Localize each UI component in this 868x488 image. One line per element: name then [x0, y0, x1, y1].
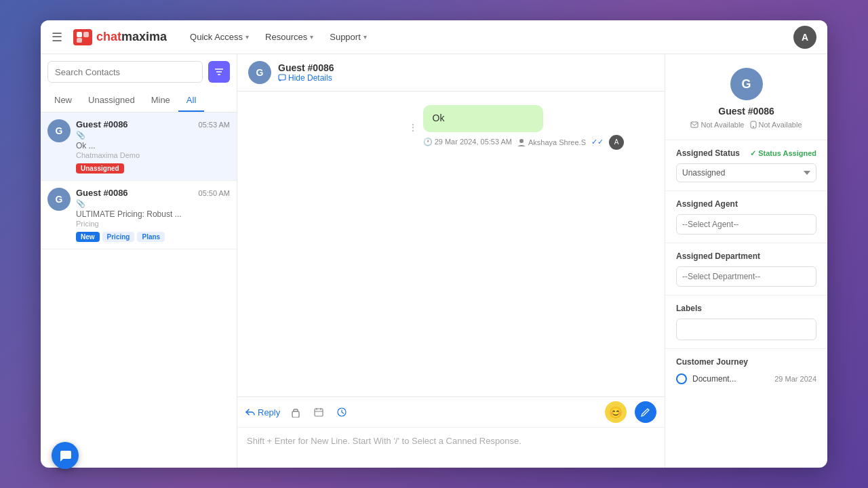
labels-section: Labels — [665, 296, 827, 349]
chat-fab-icon — [58, 449, 72, 462]
message-meta: 🕐 29 Mar 2024, 05:53 AM Akshaya Shree.S … — [423, 135, 624, 150]
chat-header-avatar: G — [248, 61, 271, 84]
edit-icon — [641, 407, 650, 417]
user-avatar[interactable]: A — [793, 26, 816, 49]
journey-circle-icon — [676, 373, 687, 384]
reply-icon — [245, 408, 255, 416]
contact-preview: Ok ... — [76, 141, 230, 150]
filter-icon — [214, 68, 224, 76]
svg-point-16 — [753, 126, 754, 127]
search-bar — [41, 54, 237, 89]
svg-point-7 — [519, 139, 524, 143]
clock-icon[interactable] — [334, 405, 349, 420]
chat-bubble-icon — [278, 74, 286, 82]
contact-info: Guest #0086 05:50 AM 📎 ULTIMATE Pricing:… — [76, 188, 230, 242]
contact-list: G Guest #0086 05:53 AM 📎 Ok ... Chatmaxi… — [41, 113, 237, 468]
dept-select[interactable] — [676, 266, 816, 287]
labels-title: Labels — [676, 304, 816, 313]
svg-rect-1 — [83, 32, 89, 37]
top-nav: ☰ chatmaxima Quick Access ▾ Resources ▾ — [41, 20, 827, 54]
chat-header-info: Guest #0086 Hide Details — [278, 62, 654, 83]
chat-messages: ⋮ Ok 🕐 29 Mar 2024, 05:53 AM Akshaya Shr… — [237, 92, 665, 396]
message-wrapper: ⋮ Ok 🕐 29 Mar 2024, 05:53 AM Akshaya Shr… — [278, 105, 624, 150]
tab-unassigned[interactable]: Unassigned — [80, 89, 143, 112]
badge-pricing: Pricing — [102, 232, 135, 242]
svg-rect-2 — [77, 38, 82, 43]
contact-time: 05:50 AM — [199, 189, 230, 197]
assigned-status-title: Assigned Status ✓ Status Assigned — [676, 148, 816, 158]
tab-mine[interactable]: Mine — [143, 89, 178, 112]
journey-item: Document... 29 Mar 2024 — [676, 373, 816, 384]
message-menu-icon[interactable]: ⋮ — [408, 122, 418, 133]
agent-select[interactable] — [676, 214, 816, 235]
nav-support[interactable]: Support ▾ — [323, 28, 374, 46]
labels-input[interactable] — [676, 319, 816, 340]
chat-fab-button[interactable] — [52, 442, 79, 469]
contact-name: Guest #0086 — [76, 188, 128, 198]
assigned-agent-section: Assigned Agent — [665, 191, 827, 243]
badge-unassigned: Unassigned — [76, 163, 124, 174]
paperclip-icon: 📎 — [76, 199, 85, 208]
agent-avatar-small: A — [609, 135, 624, 150]
right-panel-name: Guest #0086 — [718, 106, 774, 117]
contact-avatar: G — [47, 188, 71, 211]
assigned-dept-section: Assigned Department — [665, 243, 827, 296]
logo-icon — [73, 29, 92, 45]
contact-time: 05:53 AM — [199, 121, 230, 129]
right-panel-top: G Guest #0086 Not Available Not Availabl… — [665, 54, 827, 140]
badge-new: New — [76, 232, 100, 242]
contact-sub: Pricing — [76, 220, 230, 228]
chat-input-area[interactable]: Shift + Enter for New Line. Start With '… — [237, 427, 665, 468]
support-chevron: ▾ — [363, 33, 367, 41]
email-availability: Not Available — [701, 121, 744, 129]
search-input[interactable] — [47, 61, 203, 83]
contact-info: Guest #0086 05:53 AM 📎 Ok ... Chatmaxima… — [76, 119, 230, 174]
contact-avatar: G — [47, 119, 71, 142]
contact-item[interactable]: G Guest #0086 05:53 AM 📎 Ok ... Chatmaxi… — [41, 113, 237, 181]
journey-text: Document... — [692, 374, 769, 384]
resources-chevron: ▾ — [310, 33, 313, 41]
status-select[interactable]: Unassigned Open Resolved Pending — [676, 163, 816, 182]
svg-rect-14 — [691, 122, 698, 127]
badge-plans: Plans — [137, 232, 165, 242]
status-assigned-badge: ✓ Status Assigned — [750, 149, 816, 158]
assigned-dept-title: Assigned Department — [676, 251, 816, 261]
right-panel: G Guest #0086 Not Available Not Availabl… — [665, 54, 827, 468]
quick-access-chevron: ▾ — [245, 33, 249, 41]
calendar-icon[interactable] — [311, 405, 326, 420]
phone-icon — [750, 121, 757, 129]
edit-button[interactable] — [635, 401, 656, 423]
svg-rect-9 — [315, 409, 323, 416]
filter-button[interactable] — [208, 61, 230, 83]
chat-guest-name: Guest #0086 — [278, 62, 654, 73]
chat-area: G Guest #0086 Hide Details ⋮ — [237, 54, 665, 468]
hamburger-icon[interactable]: ☰ — [52, 30, 62, 45]
emoji-button[interactable]: 😊 — [605, 401, 627, 423]
tab-all[interactable]: All — [178, 89, 204, 112]
svg-rect-0 — [77, 32, 82, 37]
contact-tabs: New Unassigned Mine All — [41, 89, 237, 113]
nav-resources[interactable]: Resources ▾ — [258, 28, 320, 46]
customer-journey-section: Customer Journey Document... 29 Mar 2024 — [665, 349, 827, 392]
hide-details-button[interactable]: Hide Details — [278, 73, 654, 83]
svg-rect-6 — [279, 75, 285, 80]
contact-name: Guest #0086 — [76, 119, 128, 129]
chat-toolbar: Reply — [237, 396, 665, 427]
phone-availability: Not Available — [759, 121, 802, 129]
right-panel-avatar: G — [730, 68, 763, 100]
read-tick-icon: ✓✓ — [591, 138, 604, 146]
tab-new[interactable]: New — [46, 89, 80, 112]
chat-input-placeholder: Shift + Enter for New Line. Start With '… — [247, 436, 521, 446]
main-content: New Unassigned Mine All G Guest #0086 05… — [41, 54, 827, 468]
nav-quick-access[interactable]: Quick Access ▾ — [183, 28, 256, 46]
chat-header: G Guest #0086 Hide Details — [237, 54, 665, 92]
contact-sub: Chatmaxima Demo — [76, 151, 230, 159]
lock-icon[interactable] — [288, 405, 303, 420]
logo-text: chatmaxima — [96, 30, 167, 44]
nav-items: Quick Access ▾ Resources ▾ Support ▾ — [183, 28, 374, 46]
reply-button[interactable]: Reply — [245, 407, 280, 418]
paperclip-icon: 📎 — [76, 131, 85, 140]
person-icon — [517, 138, 526, 146]
right-availability: Not Available Not Available — [690, 121, 802, 129]
contact-item[interactable]: G Guest #0086 05:50 AM 📎 ULTIMATE Pricin… — [41, 181, 237, 249]
